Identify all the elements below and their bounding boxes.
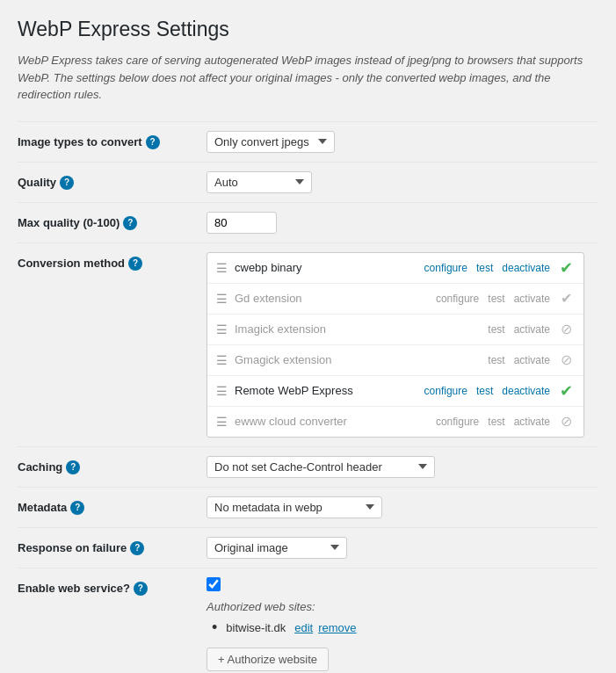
- image-types-label: Image types to convert ?: [18, 131, 207, 149]
- quality-select[interactable]: Auto Low Medium High: [207, 171, 312, 193]
- test-link-ewww[interactable]: test: [488, 416, 504, 428]
- remove-site-link[interactable]: remove: [318, 621, 356, 634]
- test-link-imagick[interactable]: test: [488, 323, 504, 336]
- method-row-cwebp: ☰ cwebp binary configure test deactivate…: [207, 253, 583, 284]
- web-service-help-icon[interactable]: ?: [134, 582, 148, 596]
- web-service-row: Enable web service? ? Authorized web sit…: [18, 568, 598, 674]
- page-description: WebP Express takes care of serving autog…: [18, 52, 598, 104]
- status-icon-imagick: ⊘: [557, 321, 575, 338]
- authorize-website-button[interactable]: + Authorize website: [207, 648, 329, 671]
- status-icon-cwebp: ✔: [557, 259, 575, 277]
- status-icon-ewww: ⊘: [557, 413, 575, 431]
- test-link-gd[interactable]: test: [488, 293, 504, 305]
- image-types-help-icon[interactable]: ?: [146, 135, 160, 149]
- drag-handle-imagick[interactable]: ☰: [216, 322, 228, 336]
- configure-link-ewww[interactable]: configure: [436, 416, 479, 428]
- method-row-ewww: ☰ ewww cloud converter configure test ac…: [207, 407, 583, 437]
- status-icon-gd: ✔: [557, 290, 575, 308]
- site-item: • bitwise-it.dk edit remove: [207, 619, 357, 637]
- caching-row: Caching ? Do not set Cache-Control heade…: [18, 447, 598, 488]
- metadata-select[interactable]: No metadata in webp Keep metadata: [207, 496, 382, 518]
- edit-site-link[interactable]: edit: [294, 621, 313, 634]
- method-name-ewww: ewww cloud converter: [235, 415, 427, 428]
- drag-handle-gd[interactable]: ☰: [216, 292, 228, 306]
- method-name-gd: Gd extension: [235, 292, 427, 305]
- quality-help-icon[interactable]: ?: [60, 176, 74, 190]
- test-link-cwebp[interactable]: test: [476, 262, 493, 274]
- max-quality-help-icon[interactable]: ?: [123, 216, 137, 230]
- metadata-row: Metadata ? No metadata in webp Keep meta…: [18, 488, 598, 528]
- drag-handle-ewww[interactable]: ☰: [216, 415, 228, 429]
- status-icon-remote: ✔: [557, 382, 575, 400]
- activate-link-ewww[interactable]: activate: [514, 416, 550, 428]
- method-row-remote: ☰ Remote WebP Express configure test dea…: [207, 376, 583, 407]
- quality-row: Quality ? Auto Low Medium High: [18, 163, 598, 203]
- response-failure-help-icon[interactable]: ?: [130, 541, 144, 555]
- drag-handle-cwebp[interactable]: ☰: [216, 261, 228, 275]
- web-service-checkbox[interactable]: [207, 577, 221, 591]
- status-icon-gmagick: ⊘: [557, 351, 575, 369]
- authorized-sites-section: Authorized web sites: • bitwise-it.dk ed…: [207, 600, 357, 671]
- drag-handle-remote[interactable]: ☰: [216, 384, 228, 398]
- response-failure-row: Response on failure ? Original image Emp…: [18, 528, 598, 568]
- configure-link-gd[interactable]: configure: [436, 293, 479, 305]
- method-row-gmagick: ☰ Gmagick extension test activate ⊘: [207, 345, 583, 376]
- configure-link-cwebp[interactable]: configure: [424, 262, 467, 274]
- test-link-gmagick[interactable]: test: [488, 354, 504, 366]
- activate-link-imagick[interactable]: activate: [514, 323, 550, 336]
- caching-help-icon[interactable]: ?: [66, 460, 80, 474]
- drag-handle-gmagick[interactable]: ☰: [216, 353, 228, 367]
- page-title: WebP Express Settings: [18, 18, 598, 41]
- test-link-remote[interactable]: test: [476, 385, 493, 397]
- method-name-cwebp: cwebp binary: [235, 261, 416, 274]
- settings-form: Image types to convert ? Only convert jp…: [18, 121, 598, 674]
- method-row-gd: ☰ Gd extension configure test activate ✔: [207, 284, 583, 315]
- response-failure-select[interactable]: Original image Empty response Error mess…: [207, 537, 347, 559]
- deactivate-link-remote[interactable]: deactivate: [502, 385, 550, 397]
- site-name: bitwise-it.dk: [226, 621, 286, 634]
- conversion-methods-list: ☰ cwebp binary configure test deactivate…: [207, 252, 584, 438]
- method-name-imagick: Imagick extension: [235, 322, 479, 336]
- method-row-imagick: ☰ Imagick extension test activate ⊘: [207, 315, 583, 345]
- method-name-remote: Remote WebP Express: [235, 384, 416, 397]
- metadata-help-icon[interactable]: ?: [70, 501, 84, 515]
- max-quality-row: Max quality (0-100) ? 80: [18, 203, 598, 243]
- method-name-gmagick: Gmagick extension: [235, 353, 479, 366]
- authorized-sites-label: Authorized web sites:: [207, 600, 357, 613]
- site-bullet: •: [212, 619, 217, 637]
- configure-link-remote[interactable]: configure: [424, 385, 467, 397]
- image-types-select[interactable]: Only convert jpegs Convert all images Co…: [207, 131, 335, 153]
- deactivate-link-cwebp[interactable]: deactivate: [502, 262, 550, 274]
- image-types-row: Image types to convert ? Only convert jp…: [18, 121, 598, 163]
- conversion-method-row: Conversion method ? ☰ cwebp binary confi…: [18, 243, 598, 447]
- activate-link-gmagick[interactable]: activate: [514, 354, 550, 366]
- max-quality-input[interactable]: 80: [207, 212, 277, 234]
- caching-select[interactable]: Do not set Cache-Control header Set Cach…: [207, 456, 435, 478]
- activate-link-gd[interactable]: activate: [514, 293, 550, 305]
- conversion-method-help-icon[interactable]: ?: [128, 257, 142, 271]
